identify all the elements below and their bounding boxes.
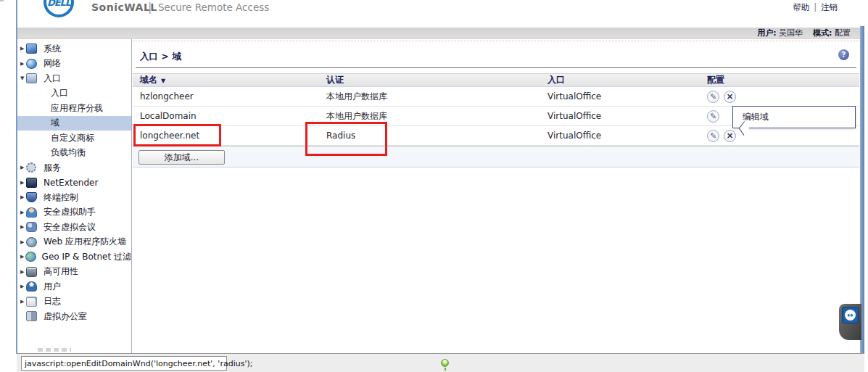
cell-auth: 本地用户数据库: [326, 110, 547, 123]
sidebar-item-users[interactable]: ▶ 用户: [17, 279, 131, 294]
product-name: Secure Remote Access: [158, 1, 269, 13]
sidebar-item-virtual-assist[interactable]: ▶ 安全虚拟助手: [17, 205, 131, 220]
cell-portal: VirtualOffice: [547, 111, 707, 121]
people-icon: [26, 222, 37, 232]
sidebar-item-virtual-office[interactable]: 虚拟办公室: [17, 309, 131, 324]
shield-icon: [26, 192, 37, 202]
cell-portal: VirtualOffice: [547, 91, 707, 102]
column-header-portal: 入口: [547, 74, 707, 86]
top-links: 帮助|注销: [793, 2, 838, 13]
chevron-right-icon[interactable]: ▶: [17, 61, 26, 67]
sidebar-item-network[interactable]: ▶ 网络: [17, 57, 131, 72]
top-bar: DELL SonicWALL | Secure Remote Access 帮助…: [17, 0, 861, 28]
table-header-row: 域名▼ 认证 入口 配置: [133, 73, 859, 87]
edit-icon[interactable]: ✎: [707, 91, 719, 103]
status-link-text: javascript:openEditDomainWnd('longcheer.…: [21, 356, 227, 371]
sidebar-item-endpoint-control[interactable]: ▶ 终端控制: [17, 190, 131, 205]
user-name: 吴国华: [779, 28, 803, 38]
breadcrumb: 入口 > 域: [140, 51, 181, 63]
building-icon: [26, 311, 37, 321]
gear-icon: [26, 162, 36, 173]
globe-filter-icon: [25, 252, 36, 262]
button-band: 添加域...: [133, 146, 859, 168]
brand-separator: |: [148, 0, 152, 14]
cell-auth: 本地用户数据库: [326, 91, 547, 103]
chevron-down-icon[interactable]: ▼: [17, 75, 26, 81]
chevron-right-icon[interactable]: ▶: [17, 269, 26, 275]
sidebar-item-system[interactable]: ▶ 系统: [17, 41, 131, 57]
chevron-right-icon[interactable]: ▶: [17, 239, 26, 245]
add-domain-button[interactable]: 添加域...: [139, 150, 225, 165]
users-icon: [26, 281, 37, 292]
portal-home-icon: [26, 73, 37, 83]
sidebar-item-log[interactable]: ▶ 日志: [17, 294, 131, 310]
content-panel: 入口 > 域 ? 域名▼ 认证 入口 配置 hzlongcheer 本地用户数据…: [133, 41, 859, 353]
cell-configure: ✎ ×: [707, 130, 859, 142]
chevron-right-icon[interactable]: ▶: [17, 46, 26, 51]
sidebar-item-portal-sub[interactable]: 入口: [17, 86, 131, 102]
cell-portal: VirtualOffice: [547, 131, 707, 141]
logout-link[interactable]: 注销: [821, 2, 838, 12]
chevron-right-icon[interactable]: ▶: [17, 194, 26, 200]
sidebar-item-geoip-botnet[interactable]: ▶ Geo IP & Botnet 过滤: [17, 249, 131, 265]
sidebar-item-domains-selected[interactable]: 域: [17, 116, 131, 131]
chevron-right-icon[interactable]: ▶: [17, 180, 26, 186]
chevron-right-icon[interactable]: ▶: [17, 299, 26, 305]
help-link[interactable]: 帮助: [793, 2, 809, 12]
highlight-box-auth: [305, 122, 387, 156]
chevron-right-icon[interactable]: ▶: [17, 254, 25, 260]
column-header-domain[interactable]: 域名▼: [140, 74, 326, 86]
header-rule: [136, 67, 856, 68]
dell-logo-text: DELL: [47, 0, 70, 8]
log-magnifier-icon: [26, 297, 37, 307]
mode-label: 模式:: [813, 28, 832, 38]
network-icon: [26, 59, 37, 69]
table-row: longcheer.net Radius VirtualOffice ✎ ×: [133, 126, 859, 146]
globe-firewall-icon: [26, 237, 37, 247]
sidebar-nav: ▶ 系统 ▶ 网络 ▼ 入口 入口 应用程序分载 域 自定义商标 负载均衡 ▶ …: [17, 41, 131, 353]
sidebar-item-load-balancing[interactable]: 负载均衡: [17, 146, 131, 161]
chevron-right-icon[interactable]: ▶: [17, 210, 26, 215]
delete-icon[interactable]: ×: [724, 91, 736, 103]
status-bar: javascript:openEditDomainWnd('longcheer.…: [17, 354, 864, 372]
teamviewer-icon: ↔: [842, 307, 859, 323]
cell-configure: ✎ ×: [707, 91, 859, 103]
teamviewer-tab[interactable]: ↔: [839, 304, 861, 340]
mode-value: 配置: [835, 28, 851, 38]
sidebar-item-high-availability[interactable]: ▶ 高可用性: [17, 265, 131, 280]
dell-logo: DELL: [44, 0, 74, 17]
server-icon: [26, 267, 37, 277]
chevron-right-icon[interactable]: ▶: [17, 165, 26, 170]
edit-domain-tooltip: 编辑域: [732, 106, 856, 128]
netextender-icon: [26, 178, 37, 188]
sidebar-item-portal[interactable]: ▼ 入口: [17, 71, 131, 86]
sidebar-item-services[interactable]: ▶ 服务: [17, 160, 131, 175]
sidebar-item-virtual-meeting[interactable]: ▶ 安全虚拟会议: [17, 220, 131, 235]
column-header-auth: 认证: [326, 74, 547, 86]
cell-domain: LocalDomain: [140, 111, 326, 121]
person-icon: [26, 207, 37, 218]
chevron-right-icon[interactable]: ▶: [17, 284, 26, 289]
mode-bar: 用户: 吴国华 模式: 配置: [17, 28, 861, 39]
tooltip-text: 编辑域: [743, 111, 769, 123]
user-label: 用户:: [757, 28, 776, 38]
sidebar-divider: [131, 39, 132, 353]
link-separator: |: [814, 2, 817, 12]
sort-desc-icon[interactable]: ▼: [161, 78, 165, 84]
cell-domain: hzlongcheer: [140, 91, 326, 102]
table-row: hzlongcheer 本地用户数据库 VirtualOffice ✎ ×: [133, 87, 859, 107]
edit-icon[interactable]: ✎: [707, 110, 719, 123]
cropped-text-artifact: [38, 348, 71, 352]
system-icon: [26, 44, 37, 54]
sidebar-item-custom-branding[interactable]: 自定义商标: [17, 131, 131, 146]
edit-icon[interactable]: ✎: [707, 130, 719, 142]
delete-icon[interactable]: ×: [724, 130, 736, 142]
sidebar-item-netextender[interactable]: ▶ NetExtender: [17, 175, 131, 191]
chevron-right-icon[interactable]: ▶: [17, 224, 26, 230]
help-icon[interactable]: ?: [838, 49, 849, 60]
sidebar-item-waf[interactable]: ▶ Web 应用程序防火墙: [17, 235, 131, 250]
highlight-box-domain: [133, 124, 221, 146]
sidebar-item-app-offloading[interactable]: 应用程序分载: [17, 101, 131, 116]
column-header-configure: 配置: [707, 74, 859, 86]
status-green-orb: [441, 359, 449, 367]
